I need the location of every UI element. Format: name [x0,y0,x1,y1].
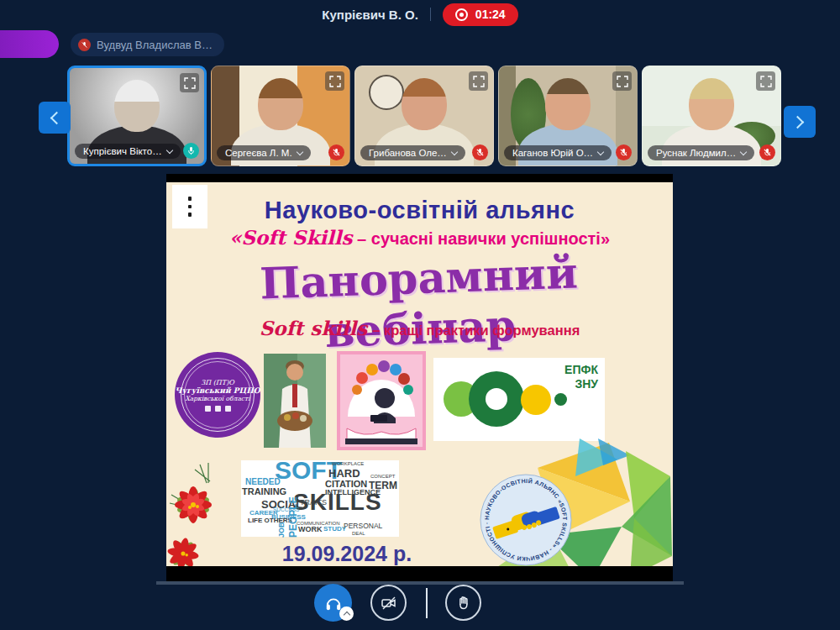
offscreen-participant-chip[interactable]: Вудвуд Владислав В… [71,33,224,56]
logo-circle [469,371,524,427]
wordcloud-word: JOB [278,522,286,538]
participant-name: Руснак Людмил… [656,148,736,158]
slide-logo-row: ЗП (ПТ)О Чугуївський РЦПО Харківської об… [166,350,673,449]
slide-title: Науково-освітній альянс [166,197,673,224]
participant-name-pill[interactable]: Купрієвич Вікто… [75,144,181,159]
toolbar-divider [426,588,428,618]
participant-name-pill[interactable]: Сергеєва Л. М. [217,145,311,160]
mic-muted-icon [328,144,344,160]
participant-video-placeholder [402,78,447,130]
chevron-down-icon [451,148,458,155]
wordcloud-word: HARD [328,468,360,479]
slide-subtitle-rest: – сучасні навички успішності» [353,229,610,248]
mic-on-icon [183,143,199,159]
alliance-emblem: НАУКОВО-ОСВІТНІЙ АЛЬЯНС «SOFT SKILLS» - … [479,473,573,566]
top-bar: Купрієвич В. О. 01:24 [0,0,840,29]
slide-tagline-rest: – кращі практики формування [372,323,580,338]
chevron-down-icon [597,148,604,155]
chevron-down-icon [296,148,302,155]
camera-button[interactable] [370,585,407,621]
participant-video-placeholder [258,78,303,130]
wordcloud-box: SOFT SKILLS HARD CITATION INTELLIGENCE T… [241,460,399,537]
recording-badge[interactable]: 01:24 [443,3,518,26]
audio-options-button[interactable] [339,606,354,621]
participant-tile[interactable]: Сергеєва Л. М. [211,66,350,166]
logo-circle [521,385,551,415]
chevron-up-icon [343,612,349,618]
participant-tile[interactable]: Грибанова Оле… [354,66,494,166]
chevron-right-icon [791,115,805,129]
scroll-right-button[interactable] [784,106,816,138]
raise-hand-button[interactable] [445,585,481,621]
meeting-window: Купрієвич В. О. 01:24 Вудвуд Владислав В… [0,0,840,630]
overflow-pill[interactable] [0,30,59,58]
mic-muted-icon [616,144,632,160]
raise-hand-icon [454,594,473,612]
wordcloud-word: TRAINING [242,487,286,496]
screen-share-area: Науково-освітній альянс «Soft Skills – с… [166,174,673,581]
rcpo-logo-line: Чугуївський РЦПО [175,386,260,395]
chevron-down-icon [740,148,747,155]
participant-name: Каганов Юрій О… [512,148,593,158]
znu-logo-line: ЗНУ [564,377,598,391]
rcpo-logo-glyphs [205,406,231,412]
presentation-slide: Науково-освітній альянс «Soft Skills – с… [166,182,673,566]
znu-logo-text: ЕПФК ЗНУ [564,363,598,391]
participant-video-placeholder [545,78,591,130]
participant-name-pill[interactable]: Грибанова Оле… [360,145,465,160]
wordcloud-word: DEAL [352,531,365,536]
fullscreen-icon[interactable] [756,71,775,91]
wordcloud-word: TRAITS [300,499,327,507]
mic-muted-icon [472,144,488,160]
chevron-left-icon [50,111,64,124]
fullscreen-icon[interactable] [612,71,632,91]
action-toolbar [0,583,840,625]
learning-illustration [337,351,426,450]
participant-name: Купрієвич Вікто… [83,146,162,156]
fullscreen-icon[interactable] [325,71,344,91]
participant-name-pill[interactable]: Каганов Юрій О… [504,145,612,160]
slide-subtitle-script: «Soft Skills [229,226,353,249]
slide-tagline: Soft skills– кращі практики формування [166,317,673,339]
rcpo-logo-line: Харківської області [185,395,249,402]
fullscreen-icon[interactable] [469,71,488,91]
camera-off-icon [380,594,398,612]
top-divider [430,8,431,21]
rcpo-logo-line: ЗП (ПТ)О [201,379,234,386]
participant-tile[interactable]: Каганов Юрій О… [498,66,638,166]
participant-strip: Купрієвич Вікто… Сергеєва Л. М. [67,66,781,166]
muted-mic-icon [78,39,91,51]
participant-name: Грибанова Оле… [369,148,447,158]
slide-heading: Панорамний вебінар [166,244,673,363]
fullscreen-icon[interactable] [180,73,199,92]
wordcloud-word: PERSONAL [344,522,382,530]
rcpo-logo: ЗП (ПТ)О Чугуївський РЦПО Харківської об… [175,352,262,444]
wordcloud-word: WORK [298,526,323,533]
participant-video-placeholder [689,78,734,130]
participant-tile[interactable]: Купрієвич Вікто… [67,66,207,166]
participant-video-placeholder [114,80,160,132]
participant-name-pill[interactable]: Руснак Людмил… [648,145,754,160]
slide-options-menu[interactable] [172,185,207,228]
presenter-name: Купрієвич В. О. [322,8,418,22]
participant-tile[interactable]: Руснак Людмил… [642,66,781,166]
wordcloud-word: WORKPLACE [332,461,364,466]
znu-logo: ЕПФК ЗНУ [433,358,605,441]
slide-subtitle: «Soft Skills – сучасні навички успішност… [166,226,673,249]
record-icon [455,8,468,21]
chevron-down-icon [165,146,172,153]
mic-muted-icon [759,144,775,160]
recording-timer: 01:24 [475,8,506,21]
speaker-photo [264,354,326,448]
offscreen-participant-name: Вудвуд Владислав В… [97,39,213,51]
wordcloud-word: NEEDED [245,478,281,486]
participant-name: Сергеєва Л. М. [225,148,292,158]
scroll-left-button[interactable] [39,102,71,134]
wordcloud-word: PEOPLE [288,496,298,538]
logo-circle [554,393,567,406]
slide-tagline-script: Soft skills [260,317,368,339]
znu-logo-line: ЕПФК [564,363,598,377]
